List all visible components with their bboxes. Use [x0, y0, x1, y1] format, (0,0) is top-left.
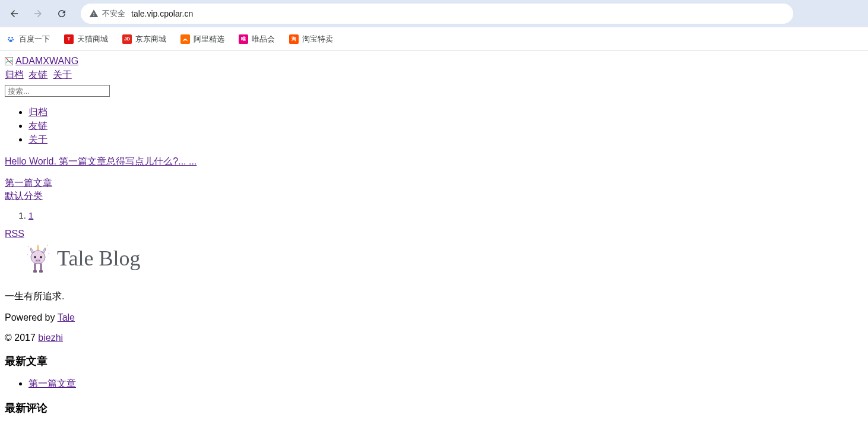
bookmark-icon	[180, 34, 190, 44]
bookmark-item-3[interactable]: 阿里精选	[180, 34, 224, 45]
forward-button[interactable]	[28, 4, 47, 23]
post-meta-link-2[interactable]: 默认分类	[5, 191, 43, 201]
url-text: tale.vip.cpolar.cn	[131, 9, 193, 18]
svg-point-14	[40, 256, 42, 258]
svg-point-0	[8, 37, 10, 39]
list-item: 归档	[28, 106, 863, 119]
broken-image-icon	[5, 57, 13, 65]
bookmark-icon: JD	[122, 34, 132, 44]
address-bar[interactable]: 不安全 tale.vip.cpolar.cn	[81, 4, 793, 24]
list-item: 友链	[28, 120, 863, 132]
svg-rect-19	[40, 263, 42, 271]
svg-point-13	[34, 256, 36, 258]
bookmark-icon: T	[64, 34, 74, 44]
nav-inline: 归档 友链 关于	[5, 69, 863, 81]
bookmark-item-2[interactable]: JD京东商城	[122, 34, 166, 45]
unicorn-icon	[26, 243, 50, 274]
latest-comments-heading: 最新评论	[5, 401, 863, 415]
svg-point-9	[47, 245, 48, 246]
svg-point-10	[27, 254, 28, 255]
reload-button[interactable]	[52, 4, 71, 23]
list-item: 关于	[28, 134, 863, 146]
bookmark-label: 唯品会	[252, 34, 275, 45]
latest-posts-heading: 最新文章	[5, 354, 863, 368]
search-box	[5, 85, 863, 97]
reload-icon	[56, 8, 67, 19]
svg-rect-21	[39, 270, 43, 273]
bookmark-icon: 淘	[289, 34, 299, 44]
arrow-right-icon	[33, 8, 43, 19]
powered-by: Powered by Tale	[5, 312, 863, 323]
post-title-row: Hello World. 第一篇文章总得写点儿什么?... ...	[5, 156, 863, 168]
svg-point-2	[8, 39, 9, 40]
bookmark-icon: 唯	[239, 34, 248, 44]
page-content: ADAMXWANG 归档 友链 关于 归档友链关于 Hello World. 第…	[0, 51, 868, 426]
svg-point-4	[9, 39, 12, 42]
copyright-prefix: © 2017	[5, 333, 38, 343]
rss-link[interactable]: RSS	[5, 229, 863, 239]
browser-toolbar: 不安全 tale.vip.cpolar.cn	[0, 0, 868, 27]
security-label: 不安全	[102, 8, 125, 19]
svg-point-16	[36, 260, 37, 261]
site-logo-link[interactable]: ADAMXWANG	[5, 56, 78, 67]
nav-inline-link-2[interactable]: 关于	[53, 69, 72, 80]
site-logo-alt: ADAMXWANG	[15, 56, 78, 67]
nav-inline-link-1[interactable]: 友链	[28, 69, 47, 80]
list-item: 第一篇文章	[28, 378, 863, 390]
post-meta-link-1[interactable]: 第一篇文章	[5, 178, 52, 188]
bookmark-item-0[interactable]: 百度一下	[6, 34, 50, 45]
nav-list-link-1[interactable]: 友链	[28, 121, 47, 131]
list-item: 1	[28, 210, 863, 220]
bookmark-label: 阿里精选	[194, 34, 224, 45]
bookmark-label: 天猫商城	[77, 34, 108, 45]
svg-point-8	[28, 246, 29, 247]
bookmark-item-5[interactable]: 淘淘宝特卖	[289, 34, 333, 45]
powered-link[interactable]: Tale	[58, 312, 75, 322]
svg-rect-18	[34, 263, 36, 271]
nav-list-link-0[interactable]: 归档	[28, 107, 47, 117]
footer-logo-text: Tale Blog	[57, 246, 140, 271]
bookmarks-bar: 百度一下T天猫商城JD京东商城阿里精选唯唯品会淘淘宝特卖	[0, 27, 868, 51]
bookmark-label: 京东商城	[135, 34, 166, 45]
svg-point-1	[11, 37, 13, 39]
copyright: © 2017 biezhi	[5, 333, 863, 343]
copyright-link[interactable]: biezhi	[38, 333, 63, 343]
bookmark-item-4[interactable]: 唯唯品会	[239, 34, 275, 45]
latest-post-link-0[interactable]: 第一篇文章	[28, 378, 76, 388]
back-button[interactable]	[5, 4, 24, 23]
svg-rect-20	[33, 270, 37, 273]
bookmark-icon	[6, 34, 15, 44]
post-meta: 第一篇文章 默认分类	[5, 176, 863, 202]
slogan: 一生有所追求.	[5, 290, 863, 303]
nav-list-link-2[interactable]: 关于	[28, 134, 47, 144]
bookmark-label: 淘宝特卖	[302, 34, 333, 45]
latest-posts-list: 第一篇文章	[28, 378, 863, 390]
security-badge[interactable]: 不安全	[89, 8, 125, 19]
arrow-left-icon	[9, 8, 20, 19]
search-input[interactable]	[5, 85, 110, 97]
nav-list: 归档友链关于	[28, 106, 863, 146]
pagination: 1	[28, 210, 863, 220]
footer-logo: Tale Blog	[26, 243, 140, 274]
svg-point-17	[39, 260, 40, 261]
svg-point-3	[12, 39, 14, 40]
powered-prefix: Powered by	[5, 312, 58, 322]
post-title-link[interactable]: Hello World. 第一篇文章总得写点儿什么?... ...	[5, 156, 197, 166]
page-link-1[interactable]: 1	[28, 210, 33, 220]
svg-point-15	[35, 259, 41, 263]
nav-inline-link-0[interactable]: 归档	[5, 69, 24, 80]
warning-icon	[89, 9, 99, 18]
svg-point-11	[48, 253, 49, 254]
svg-line-7	[6, 58, 12, 65]
bookmark-label: 百度一下	[19, 34, 50, 45]
bookmark-item-1[interactable]: T天猫商城	[64, 34, 108, 45]
